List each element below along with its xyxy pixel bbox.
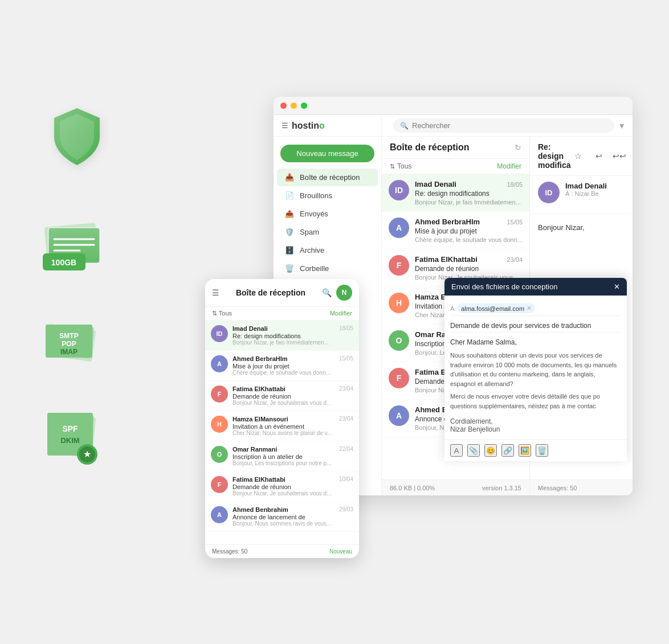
compose-subject-row: Demande de devis pour services de traduc… (530, 319, 621, 333)
detail-recipient: À : Nizar Be (565, 190, 625, 197)
mobile-user-avatar[interactable]: N (336, 285, 352, 301)
email-greeting: Bonjour Nizar, (538, 222, 625, 234)
status-version: version 1.3.15 (482, 485, 521, 491)
detail-messages-count: Messages: 50 (538, 485, 577, 491)
mobile-email-list-item[interactable]: F Fatima ElKhattabi 23/04 Demande de réu… (205, 381, 359, 411)
inbox-icon: 📥 (285, 173, 294, 182)
sidebar-item-inbox[interactable]: 📥 Boîte de réception (277, 169, 378, 186)
mobile-title: Boîte de réception (236, 288, 305, 297)
app-logo: hostino (292, 121, 325, 131)
svg-text:SMTP: SMTP (59, 332, 78, 340)
svg-text:★: ★ (83, 449, 91, 459)
detail-actions: ☆ ↩ ↩↩ ↪ (571, 149, 633, 163)
compose-to-email: alma.fossi@email.com ✕ (530, 303, 535, 313)
compose-text: Cher Madame Salma, Nous souhaitons obten… (530, 337, 621, 411)
mobile-footer: Messages: 50 Nouveau (205, 544, 359, 558)
hamburger-icon[interactable]: ☰ (282, 121, 288, 130)
detail-sender-info: Imad Denali À : Nizar Be (565, 182, 625, 197)
window-dot-yellow (291, 102, 297, 109)
left-decorative-icons: 100GB SMTP POP IMAP SPF (34, 102, 120, 478)
mobile-header: ☰ Boîte de réception 🔍 N (205, 279, 359, 307)
mobile-modifier-button[interactable]: Modifier (330, 310, 352, 317)
detail-avatar: ID (538, 182, 560, 203)
spam-icon: 🛡️ (285, 228, 294, 236)
mobile-email-list-item[interactable]: A Ahmed Benbrahim 29/03 Annonce de lance… (205, 502, 359, 532)
mobile-filter-all: ⇅ Tous (212, 310, 232, 317)
mobile-hamburger-icon[interactable]: ☰ (212, 288, 219, 297)
detail-title: Re: design modifica (538, 142, 571, 170)
email-storage-icon: 100GB (34, 205, 120, 279)
search-area: 🔍 ▼ (382, 115, 633, 136)
svg-text:DKIM: DKIM (60, 436, 79, 445)
mobile-email-list-item[interactable]: ID Imad Denali 18/05 Re: design modifica… (205, 321, 359, 351)
app-header: ☰ hostino 🔍 ▼ (274, 115, 633, 137)
svg-text:POP: POP (62, 340, 76, 348)
sidebar-item-archive[interactable]: 🗄️ Archive (277, 241, 378, 259)
email-list-title: Boîte de réception (390, 142, 470, 153)
svg-text:IMAP: IMAP (60, 348, 77, 356)
spf-dkim-icon: SPF DKIM ★ (34, 404, 120, 478)
mobile-filter-bar: ⇅ Tous Modifier (205, 307, 359, 321)
svg-text:100GB: 100GB (51, 258, 76, 267)
compose-body: À alma.fossi@email.com ✕ Demande de devi… (530, 296, 627, 439)
protocol-icon: SMTP POP IMAP (34, 313, 120, 370)
compose-delete-button[interactable]: 🗑️ (536, 444, 548, 457)
star-button[interactable]: ☆ (571, 149, 586, 163)
mobile-new-button[interactable]: Nouveau (329, 548, 352, 555)
compose-image-button[interactable]: 🖼️ (530, 444, 531, 457)
sidebar-item-drafts[interactable]: 📄 Brouillons (277, 187, 378, 204)
compose-toolbar: A 📎 😊 🔗 🖼️ 🗑️ (530, 439, 627, 461)
status-size: 86.0 KB | 0.00% (390, 485, 435, 491)
reply-button[interactable]: ↩ (592, 149, 606, 163)
compose-signature: Cordialement, Nizar Benjelloun (530, 417, 621, 433)
detail-from: ID Imad Denali À : Nizar Be (538, 182, 625, 203)
compose-overlay: Envoi des fichiers de conception ✕ À alm… (530, 278, 627, 461)
reply-all-button[interactable]: ↩↩ (612, 149, 627, 163)
window-dot-green (301, 102, 307, 109)
detail-sender-name: Imad Denali (565, 182, 625, 190)
email-detail-pane: Re: design modifica ☆ ↩ ↩↩ ↪ ID Imad Den… (530, 137, 633, 495)
filter-bar: ⇅ Tous Modifier (382, 159, 529, 174)
sidebar-logo-area: ☰ hostino (274, 116, 382, 136)
email-list-controls: ↻ (515, 143, 521, 152)
mobile-search-icon[interactable]: 🔍 (322, 288, 332, 297)
email-list-item[interactable]: A Ahmed BerbraHIm 15/05 Mise à jour du p… (382, 212, 529, 249)
search-bar[interactable]: 🔍 (393, 118, 614, 133)
detail-header: Re: design modifica ☆ ↩ ↩↩ ↪ (530, 137, 633, 176)
window-dot-red (280, 102, 287, 109)
mobile-email-list-item[interactable]: F Fatima ElKhattabi 10/04 Demande de réu… (205, 471, 359, 502)
trash-icon: 🗑️ (285, 264, 294, 273)
archive-icon: 🗄️ (285, 246, 294, 255)
mobile-email-list-item[interactable]: A Ahmed BerbraHIm 15/05 Mise à jour du p… (205, 351, 359, 381)
sidebar-item-spam[interactable]: 🛡️ Spam (277, 223, 378, 241)
mobile-messages-count: Messages: 50 (212, 548, 247, 555)
search-dropdown-icon[interactable]: ▼ (618, 121, 626, 130)
drafts-icon: 📄 (285, 191, 294, 200)
detail-status-bar: Messages: 50 (530, 479, 633, 495)
sidebar-item-sent[interactable]: 📤 Envoyés (277, 205, 378, 223)
mobile-email-list-item[interactable]: H Hamza ElMansouri 23/04 Invitation à un… (205, 411, 359, 441)
mobile-email-list-item[interactable]: O Omar Ranmani 22/04 Inscription à un at… (205, 441, 359, 471)
window-titlebar (274, 97, 633, 115)
new-message-button[interactable]: Nouveau message (280, 145, 374, 162)
email-list-header: Boîte de réception ↻ (382, 137, 529, 159)
search-input[interactable] (412, 121, 607, 130)
modifier-button[interactable]: Modifier (497, 162, 521, 170)
remove-recipient-button[interactable]: ✕ (530, 305, 532, 312)
shield-icon (46, 102, 108, 171)
sent-icon: 📤 (285, 210, 294, 218)
svg-text:SPF: SPF (62, 424, 78, 433)
compose-header: Envoi des fichiers de conception ✕ (530, 278, 627, 296)
email-list-item[interactable]: ID Imad Denali 18/05 Re: design modifica… (382, 174, 529, 212)
mobile-email-overlay: ☰ Boîte de réception 🔍 N ⇅ Tous Modifier… (205, 279, 359, 558)
sidebar-item-trash[interactable]: 🗑️ Corbeille (277, 260, 378, 277)
status-bar: 86.0 KB | 0.00% version 1.3.15 (382, 479, 529, 495)
refresh-button[interactable]: ↻ (515, 143, 521, 152)
compose-to-row: À alma.fossi@email.com ✕ (530, 301, 621, 316)
search-icon: 🔍 (400, 122, 409, 130)
mobile-header-actions: 🔍 N (322, 285, 352, 301)
mobile-email-list: ID Imad Denali 18/05 Re: design modifica… (205, 321, 359, 544)
detail-meta: ID Imad Denali À : Nizar Be (530, 176, 633, 214)
compose-close-icon[interactable]: ✕ (614, 282, 620, 291)
filter-all: ⇅ Tous (390, 162, 411, 170)
